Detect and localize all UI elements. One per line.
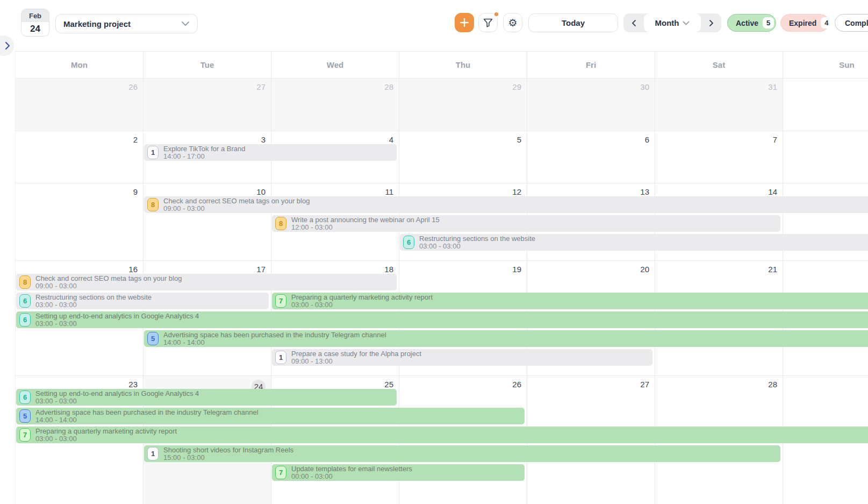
event-text: Preparing a quarterly marketing activity… (291, 294, 433, 309)
filter-pill-active[interactable]: Active 5 (727, 14, 776, 32)
sidebar-expand-button[interactable] (0, 36, 14, 56)
day-number: 11 (385, 187, 393, 196)
event-text: Shooting short videos for Instagram Reel… (163, 446, 293, 462)
event-text: Restructuring sections on the website03:… (35, 294, 152, 309)
filter-pill-completed-label: Completed (845, 19, 868, 27)
event-text: Setting up end-to-end analytics in Googl… (35, 390, 199, 405)
event-time: 00:00 - 03:00 (291, 473, 412, 480)
event-time: 03:00 - 03:00 (35, 397, 199, 405)
day-number: 27 (256, 82, 266, 91)
day-number: 28 (384, 82, 393, 91)
event-title: Update templates for email newsletters (291, 465, 412, 473)
event-text: Restructuring sections on the website03:… (419, 235, 535, 250)
event-title: Check and correct SEO meta tags on your … (35, 275, 182, 282)
event-title: Advertising space has been purchased in … (163, 331, 386, 339)
day-cell[interactable]: 27 (144, 79, 271, 131)
day-number: 18 (384, 265, 393, 274)
event-title: Write a post announcing the webinar on A… (291, 216, 440, 224)
event-count-badge: 6 (403, 236, 414, 249)
next-period-button[interactable] (701, 13, 721, 32)
event-time: 14:00 - 17:00 (163, 153, 245, 160)
day-cell[interactable]: 28 (271, 79, 399, 131)
event-text: Advertising space has been purchased in … (35, 409, 259, 424)
weekday-header: Sun (783, 52, 868, 79)
event-count-badge: 7 (275, 466, 286, 479)
event-title: Check and correct SEO meta tags on your … (163, 197, 310, 205)
day-cell[interactable] (783, 79, 868, 131)
day-cell[interactable] (783, 131, 868, 183)
event-bar[interactable]: 6Restructuring sections on the website03… (400, 234, 868, 251)
event-bar[interactable]: 1Shooting short videos for Instagram Ree… (144, 445, 780, 462)
week-row: 910111213148Check and correct SEO meta t… (16, 183, 868, 261)
day-cell[interactable]: 2 (16, 131, 144, 183)
filter-button[interactable] (478, 13, 498, 32)
event-time: 09:00 - 13:00 (291, 358, 421, 365)
event-time: 09:00 - 03:00 (35, 282, 182, 290)
event-bar[interactable]: 6Setting up end-to-end analytics in Goog… (16, 389, 397, 406)
event-title: Setting up end-to-end analytics in Googl… (35, 313, 199, 320)
date-badge-day: 24 (21, 22, 49, 36)
day-cell[interactable]: 29 (399, 79, 527, 131)
chevron-right-icon (5, 41, 10, 50)
event-bar[interactable]: 6Restructuring sections on the website03… (16, 293, 269, 309)
event-bar[interactable]: 7Preparing a quarterly marketing activit… (16, 427, 868, 443)
day-cell[interactable]: 26 (16, 79, 144, 131)
event-bar[interactable]: 7Update templates for email newsletters0… (272, 464, 525, 481)
event-bar[interactable]: 7Preparing a quarterly marketing activit… (272, 293, 868, 309)
event-bar[interactable]: 5Advertising space has been purchased in… (144, 330, 868, 347)
event-text: Write a post announcing the webinar on A… (291, 216, 440, 231)
chevron-down-icon (181, 21, 190, 26)
calendar-grid: MonTueWedThuFriSatSun2627282930312345671… (15, 51, 868, 504)
day-cell[interactable]: 10 (144, 183, 271, 261)
filter-pill-expired[interactable]: Expired 4 (780, 14, 829, 32)
event-bar[interactable]: 8Check and correct SEO meta tags on your… (144, 196, 868, 213)
event-count-badge: 5 (19, 409, 31, 423)
event-bar[interactable]: 8Write a post announcing the webinar on … (272, 215, 780, 232)
view-selector-dropdown[interactable]: Month (644, 13, 701, 32)
add-event-button[interactable] (455, 13, 474, 32)
event-time: 14:00 - 14:00 (35, 416, 259, 424)
event-bar[interactable]: 8Check and correct SEO meta tags on your… (16, 274, 397, 290)
event-title: Advertising space has been purchased in … (35, 409, 259, 416)
event-count-badge: 1 (147, 146, 159, 159)
day-cell[interactable]: 30 (527, 79, 655, 131)
week-row: 2345671Explore TikTok for a Brand14:00 -… (16, 131, 868, 183)
week-row: 2324252627286Setting up end-to-end analy… (16, 376, 868, 504)
project-selector-dropdown[interactable]: Marketing project (55, 14, 198, 33)
settings-button[interactable]: ⚙ (503, 13, 522, 32)
plus-icon (460, 18, 469, 27)
day-cell[interactable]: 6 (527, 131, 655, 183)
weekday-header-row: MonTueWedThuFriSatSun (16, 52, 868, 79)
event-time: 03:00 - 03:00 (35, 435, 177, 443)
day-number: 2 (129, 135, 138, 144)
filter-pill-completed[interactable]: Completed (835, 14, 868, 32)
day-number: 3 (257, 135, 266, 144)
gear-icon: ⚙ (508, 17, 517, 29)
day-cell[interactable]: 9 (16, 183, 144, 261)
day-cell[interactable]: 5 (399, 131, 527, 183)
filter-pill-active-count: 5 (763, 17, 774, 29)
day-number: 19 (512, 265, 521, 274)
weekday-header: Fri (527, 52, 655, 79)
event-title: Explore TikTok for a Brand (163, 145, 245, 153)
event-bar[interactable]: 6Setting up end-to-end analytics in Goog… (16, 311, 868, 328)
event-count-badge: 1 (275, 351, 286, 364)
day-number: 31 (768, 82, 777, 91)
weekday-header: Thu (399, 52, 527, 79)
day-number: 12 (512, 187, 521, 196)
event-title: Setting up end-to-end analytics in Googl… (35, 390, 199, 397)
day-cell[interactable]: 31 (655, 79, 783, 131)
prev-period-button[interactable] (623, 13, 644, 32)
day-cell[interactable]: 7 (655, 131, 783, 183)
day-number: 7 (769, 135, 777, 144)
weekday-header: Tue (144, 52, 271, 79)
today-button[interactable]: Today (528, 13, 618, 32)
funnel-icon (483, 18, 493, 27)
event-title: Restructuring sections on the website (35, 294, 152, 301)
event-bar[interactable]: 1Explore TikTok for a Brand14:00 - 17:00 (144, 144, 397, 161)
day-number: 13 (640, 187, 649, 196)
day-number: 20 (640, 265, 649, 274)
day-number: 26 (512, 380, 521, 389)
event-bar[interactable]: 1Prepare a case study for the Alpha proj… (272, 349, 652, 366)
event-bar[interactable]: 5Advertising space has been purchased in… (16, 408, 525, 424)
